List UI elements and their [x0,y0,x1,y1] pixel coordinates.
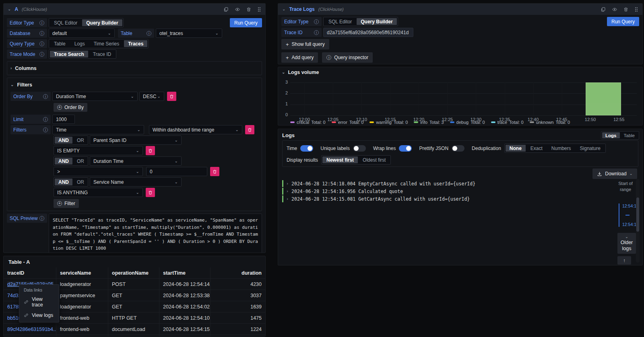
query-type-logs[interactable]: Logs [70,40,89,47]
view-logs-option[interactable]: Logs [602,132,619,138]
or-option[interactable]: OR [73,179,88,185]
info-icon[interactable]: i [39,31,44,36]
filter-duration-field-select[interactable]: Duration Time⌄ [90,156,182,166]
query-type-time-series[interactable]: Time Series [90,40,124,47]
oldest-first-option[interactable]: Oldest first [359,156,390,163]
delete-service-filter-button[interactable] [146,188,155,197]
column-header-servicename[interactable]: serviceName [56,267,108,279]
editor-type-sql-editor[interactable]: SQL Editor [324,18,356,25]
and-option[interactable]: AND [55,179,72,185]
chevron-right-icon[interactable]: › [286,197,289,201]
column-header-duration[interactable]: duration [211,267,265,279]
log-row[interactable]: › 2024-06-28 12:54:15.081 GetCartAsync c… [282,195,594,202]
info-icon[interactable]: i [147,31,151,36]
logs-scrollbar[interactable] [636,179,640,263]
logs-volume-header[interactable]: ⌄ Logs volume [278,67,642,78]
query-inspector-button[interactable]: iQuery inspector [322,52,373,63]
unique-labels-toggle[interactable] [353,145,366,152]
chevron-down-icon[interactable]: ⌄ [8,7,11,11]
log-row[interactable]: › 2024-06-28 12:54:18.004 EmptyCartAsync… [282,180,594,187]
scroll-to-top-button[interactable]: ↑ [617,256,631,265]
table-select[interactable]: otel_traces⌄ [156,29,222,38]
info-icon[interactable]: i [43,117,48,122]
eye-icon[interactable] [612,7,617,12]
drag-handle-icon[interactable] [257,7,261,12]
info-icon[interactable]: i [43,94,48,99]
dedup-exact-option[interactable]: Exact [526,145,547,152]
delete-time-filter-button[interactable] [245,125,254,134]
filter-duration-operator-select[interactable]: >⌄ [54,167,143,176]
trace-link[interactable]: 89cf4286e631591b4... [7,327,56,332]
prettify-json-toggle[interactable] [452,145,464,152]
dedup-none-option[interactable]: None [506,145,526,152]
legend-item-warning[interactable]: warningTotal: 0 [369,120,408,125]
limit-input[interactable]: 1000 [52,115,75,124]
add-query-button[interactable]: +Add query [281,52,318,63]
query-type-traces[interactable]: Traces [124,40,147,47]
view-logs-menu-item[interactable]: View logs [19,310,59,321]
info-icon[interactable]: i [314,30,319,35]
download-button[interactable]: Download ⌄ [592,168,637,179]
view-trace-menu-item[interactable]: View trace [19,294,59,310]
column-header-traceid[interactable]: traceID [4,267,56,279]
column-header-starttime[interactable]: startTime [159,267,211,279]
editor-type-query-builder[interactable]: Query Builder [82,19,122,26]
legend-item-info[interactable]: infoTotal: 3 [414,120,444,125]
or-option[interactable]: OR [73,158,88,164]
panel-a-header[interactable]: ⌄ A (ClickHouse) [4,4,265,15]
trace-logs-header[interactable]: ⌄ Trace Logs (ClickHouse) [278,4,642,15]
wrap-lines-toggle[interactable] [399,145,412,152]
filter-service-field-select[interactable]: Service Name⌄ [90,177,182,187]
filters-section-header[interactable]: ⌄ Filters [10,80,258,89]
copy-icon[interactable] [601,7,606,12]
trace-mode-trace-search[interactable]: Trace Search [50,51,88,58]
view-table-option[interactable]: Table [621,132,638,138]
table-panel-title[interactable]: Table - A [4,256,265,265]
chevron-right-icon[interactable]: › [286,181,289,186]
dedup-numbers-option[interactable]: Numbers [547,145,575,152]
trash-icon[interactable] [623,7,628,12]
chevron-down-icon[interactable]: ⌄ [282,7,285,11]
add-filter-button[interactable]: +Filter [54,199,79,208]
eye-icon[interactable] [235,7,240,12]
info-icon[interactable]: i [39,41,44,46]
log-row[interactable]: › 2024-06-28 12:54:16.956 Calculated quo… [282,188,594,195]
editor-type-query-builder[interactable]: Query Builder [357,18,396,25]
older-logs-button[interactable]: ⌄ Older logs [617,233,636,254]
editor-type-sql-editor[interactable]: SQL Editor [50,19,81,26]
info-icon[interactable]: i [39,52,44,57]
newest-first-option[interactable]: Newest first [322,156,358,163]
info-icon[interactable]: i [43,127,48,132]
trace-id-input[interactable]: d2a7155ef6a928a05680e5ff6190241d [323,28,413,37]
drag-handle-icon[interactable] [634,7,638,12]
filter-service-operator-select[interactable]: IS ANYTHING⌄ [54,188,143,197]
scrollbar-thumb[interactable] [636,197,639,232]
info-icon[interactable]: i [39,21,44,25]
trash-icon[interactable] [246,7,251,12]
trace-mode-trace-id[interactable]: Trace ID [89,51,116,58]
order-by-field-select[interactable]: Duration Time⌄ [52,92,138,101]
query-type-table[interactable]: Table [50,40,70,47]
and-option[interactable]: AND [55,158,72,164]
copy-icon[interactable] [223,7,229,12]
run-query-button[interactable]: Run Query [230,18,262,27]
panel-title[interactable]: A [14,6,18,12]
column-header-operationname[interactable]: operationName [108,267,159,279]
filter-parent-span-field-select[interactable]: Parent Span ID⌄ [90,136,182,145]
info-icon[interactable]: i [314,19,319,24]
filter-parent-span-operator-select[interactable]: IS EMPTY⌄ [54,146,143,155]
order-by-direction-select[interactable]: DESC⌄ [139,92,164,101]
run-query-button[interactable]: Run Query [607,17,639,26]
time-toggle[interactable] [300,145,313,152]
legend-item-debug[interactable]: debugTotal: 0 [450,120,485,125]
chevron-right-icon[interactable]: › [286,189,289,193]
info-logs-bar[interactable] [586,82,621,115]
delete-duration-filter-button[interactable] [210,167,219,176]
or-option[interactable]: OR [73,137,88,144]
and-option[interactable]: AND [55,137,72,144]
show-full-query-button[interactable]: +Show full query [281,39,329,49]
panel-title[interactable]: Trace Logs [289,6,314,12]
legend-item-critical[interactable]: criticalTotal: 0 [290,120,326,125]
filter-time-value-select[interactable]: Within dashboard time range⌄ [149,125,242,134]
legend-item-error[interactable]: errorTotal: 0 [332,120,364,125]
